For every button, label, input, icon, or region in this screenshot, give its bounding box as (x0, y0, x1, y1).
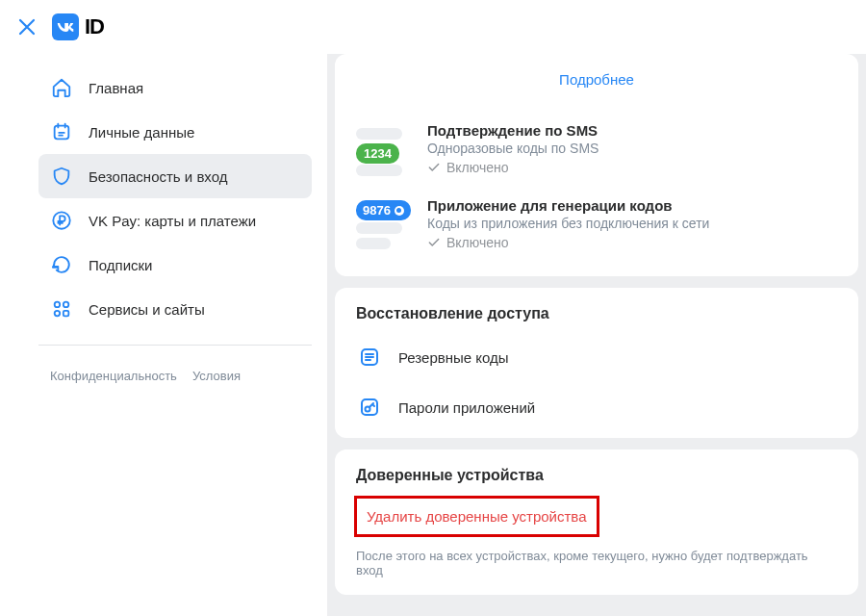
refresh-icon (50, 253, 73, 276)
brand-id-label: ID (85, 14, 104, 39)
sidebar-item-label: Личные данные (89, 124, 194, 141)
list-icon (356, 344, 383, 371)
svg-rect-5 (64, 311, 69, 317)
brand-logo[interactable]: ID (52, 13, 104, 40)
sidebar-item-label: Главная (89, 80, 143, 96)
ruble-icon (50, 209, 73, 232)
card-2fa-methods: Подробнее 1234 Подтверждение по SMS Одно… (335, 54, 858, 276)
sidebar-item-label: Подписки (89, 257, 153, 273)
personal-data-icon (50, 120, 73, 143)
shield-icon (50, 165, 73, 188)
close-icon (17, 17, 37, 37)
home-icon (50, 76, 73, 99)
method-status: Включено (427, 160, 837, 175)
sidebar-item-vkpay[interactable]: VK Pay: карты и платежи (38, 198, 312, 243)
row-label: Резервные коды (398, 349, 509, 366)
method-title: Приложение для генерации кодов (427, 197, 837, 214)
card-recovery: Восстановление доступа Резервные коды Па… (335, 288, 858, 438)
vk-logo-icon (52, 13, 79, 40)
sidebar-item-label: Безопасность и вход (89, 168, 227, 185)
sidebar-item-security[interactable]: Безопасность и вход (38, 154, 312, 198)
method-subtitle: Одноразовые коды по SMS (427, 141, 837, 156)
check-icon (427, 161, 441, 174)
method-sms[interactable]: 1234 Подтверждение по SMS Одноразовые ко… (335, 113, 858, 188)
sidebar-item-home[interactable]: Главная (38, 65, 312, 110)
row-label: Пароли приложений (398, 399, 535, 416)
sidebar-item-subscriptions[interactable]: Подписки (38, 243, 312, 287)
row-backup-codes[interactable]: Резервные коды (335, 332, 858, 382)
svg-point-3 (64, 302, 69, 308)
method-app[interactable]: 9876 Приложение для генерации кодов Коды… (335, 188, 858, 263)
highlight-box: Удалить доверенные устройства (354, 496, 599, 537)
trusted-hint: После этого на всех устройствах, кроме т… (335, 545, 858, 595)
sms-code-icon: 1234 (356, 122, 412, 178)
section-title: Восстановление доступа (356, 305, 837, 322)
footer-terms-link[interactable]: Условия (192, 369, 241, 383)
key-icon (356, 394, 383, 421)
grid-icon (50, 297, 73, 321)
authenticator-icon: 9876 (356, 197, 412, 253)
check-icon (427, 236, 441, 249)
svg-point-2 (55, 302, 61, 308)
more-link[interactable]: Подробнее (335, 54, 858, 113)
section-title: Доверенные устройства (356, 467, 837, 484)
card-trusted-devices: Доверенные устройства Удалить доверенные… (335, 449, 858, 595)
sidebar-item-personal[interactable]: Личные данные (38, 110, 312, 154)
close-button[interactable] (8, 8, 46, 46)
row-app-passwords[interactable]: Пароли приложений (335, 382, 858, 438)
footer-privacy-link[interactable]: Конфиденциальность (50, 369, 177, 383)
method-subtitle: Коды из приложения без подключения к сет… (427, 216, 837, 231)
method-status: Включено (427, 235, 837, 250)
main-content: Подробнее 1234 Подтверждение по SMS Одно… (327, 54, 866, 616)
method-title: Подтверждение по SMS (427, 122, 837, 139)
svg-point-4 (55, 311, 61, 317)
sidebar-item-services[interactable]: Сервисы и сайты (38, 287, 312, 331)
sidebar-item-label: VK Pay: карты и платежи (89, 213, 256, 229)
sidebar: Главная Личные данные Безопасность и вхо… (0, 54, 327, 616)
delete-trusted-devices-link[interactable]: Удалить доверенные устройства (367, 504, 587, 528)
sidebar-item-label: Сервисы и сайты (89, 301, 205, 318)
divider (38, 345, 312, 346)
